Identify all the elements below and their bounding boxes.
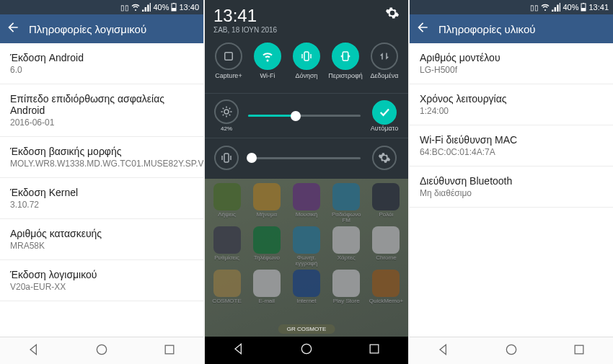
- setting-label: Διεύθυνση Bluetooth: [420, 175, 603, 187]
- home-button[interactable]: [299, 342, 314, 359]
- home-screen-backdrop: ΛήψειςΜήνυμαΜουσικήΡαδιόφωνο FMΡολόιΡυθμ…: [205, 179, 408, 337]
- settings-row[interactable]: Χρόνος λειτουργίας1:24:00: [410, 84, 613, 125]
- settings-row[interactable]: Wi-Fi διεύθυνση MAC64:BC:0C:01:4A:7A: [410, 125, 613, 167]
- recents-button[interactable]: [367, 342, 382, 359]
- back-button[interactable]: [231, 342, 246, 359]
- svg-rect-4: [165, 345, 174, 354]
- svg-rect-2: [173, 3, 175, 4]
- sound-mode-icon[interactable]: [214, 146, 239, 170]
- settings-row[interactable]: Αριθμός κατασκευήςMRA58K: [0, 219, 203, 260]
- back-button[interactable]: [436, 342, 451, 360]
- header-bar: Πληροφορίες λογισμικού: [0, 14, 203, 43]
- clock-text: 13:40: [179, 3, 199, 12]
- settings-row[interactable]: Αριθμός μοντέλουLG-H500f: [410, 43, 613, 84]
- page-title: Πληροφορίες λογισμικού: [29, 23, 146, 35]
- setting-value: LG-H500f: [420, 65, 603, 75]
- setting-value: 3.10.72: [10, 200, 193, 210]
- settings-row[interactable]: Έκδοση Kernel3.10.72: [0, 178, 203, 219]
- nav-bar: [205, 337, 408, 364]
- svg-rect-6: [304, 52, 309, 61]
- setting-label: Επίπεδο επιδιόρθωσης ασφαλείας Android: [10, 93, 193, 116]
- setting-label: Έκδοση Android: [10, 52, 193, 63]
- battery-text: 40%: [563, 3, 578, 12]
- settings-row[interactable]: Επίπεδο επιδιόρθωσης ασφαλείας Android20…: [0, 84, 203, 137]
- setting-label: Χρόνος λειτουργίας: [420, 93, 603, 105]
- setting-value: MOLY.WR8.W1338.MD.WG.TC01.MUSE82Y.SP.V12: [10, 159, 193, 169]
- home-button[interactable]: [94, 342, 109, 360]
- page-title: Πληροφορίες υλικού: [438, 23, 535, 35]
- setting-label: Αριθμός μοντέλου: [420, 52, 603, 63]
- clock-text: 13:41: [588, 3, 609, 12]
- battery-text: 40%: [153, 3, 169, 12]
- svg-rect-14: [583, 3, 584, 4]
- wifi-icon: [131, 3, 140, 12]
- status-bar: ▯▯ 40% 13:41: [410, 0, 613, 14]
- phone-quick-settings: 13:41 ΣΑΒ, 18 ΙΟΥΝ 2016 Capture+ Wi-Fi Δ…: [205, 0, 408, 364]
- header-bar: Πληροφορίες υλικού: [410, 14, 613, 43]
- setting-label: Έκδοση λογισμικού: [10, 269, 193, 280]
- brightness-track[interactable]: [248, 115, 361, 117]
- carrier-pill: GR COSMOTE: [278, 324, 335, 334]
- vibrate-icon: ▯▯: [530, 4, 539, 12]
- svg-point-8: [224, 110, 229, 114]
- vibrate-icon: ▯▯: [120, 4, 129, 12]
- svg-rect-1: [172, 8, 176, 11]
- signal-icon: [142, 3, 151, 12]
- recents-button[interactable]: [572, 342, 586, 360]
- qs-header: 13:41 ΣΑΒ, 18 ΙΟΥΝ 2016: [205, 0, 408, 37]
- settings-list[interactable]: Έκδοση Android6.0Επίπεδο επιδιόρθωσης ασ…: [0, 43, 203, 337]
- auto-brightness-toggle[interactable]: [372, 100, 397, 125]
- home-button[interactable]: [504, 342, 519, 360]
- dim-overlay: [205, 179, 408, 337]
- setting-label: Wi-Fi διεύθυνση MAC: [420, 134, 603, 146]
- setting-value: 64:BC:0C:01:4A:7A: [420, 147, 603, 157]
- toggle-data[interactable]: Δεδομένα: [367, 43, 402, 86]
- setting-value: V20a-EUR-XX: [10, 282, 193, 292]
- volume-track[interactable]: [248, 157, 361, 159]
- back-button[interactable]: [27, 342, 41, 360]
- qs-date: ΣΑΒ, 18 ΙΟΥΝ 2016: [213, 26, 400, 34]
- back-arrow-icon[interactable]: [415, 20, 430, 37]
- volume-slider[interactable]: [205, 140, 408, 179]
- gear-icon[interactable]: [385, 6, 400, 23]
- battery-icon: [171, 3, 177, 12]
- qs-toggle-row: Capture+ Wi-Fi Δόνηση Περιστροφή Δεδομέν…: [205, 37, 408, 92]
- setting-value: MRA58K: [10, 241, 193, 251]
- setting-value: 1:24:00: [420, 106, 603, 116]
- svg-point-10: [301, 344, 311, 353]
- settings-row[interactable]: Έκδοση Android6.0: [0, 43, 203, 84]
- qs-clock: 13:41: [213, 6, 400, 26]
- volume-settings-icon[interactable]: [372, 146, 397, 170]
- back-arrow-icon[interactable]: [6, 20, 20, 37]
- brightness-slider[interactable]: 42% Αυτόματο: [205, 95, 408, 136]
- svg-rect-16: [575, 345, 583, 354]
- svg-rect-9: [224, 154, 229, 162]
- status-bar: ▯▯ 40% 13:40: [0, 0, 203, 14]
- nav-bar: [410, 337, 613, 364]
- settings-row[interactable]: Έκδοση λογισμικούV20a-EUR-XX: [0, 260, 203, 301]
- wifi-icon: [541, 3, 550, 12]
- toggle-vibrate[interactable]: Δόνηση: [289, 43, 324, 86]
- toggle-wifi[interactable]: Wi-Fi: [250, 43, 285, 86]
- recents-button[interactable]: [162, 342, 177, 360]
- svg-point-15: [506, 345, 516, 354]
- svg-rect-11: [370, 345, 379, 353]
- battery-icon: [581, 3, 586, 12]
- svg-rect-7: [343, 52, 348, 61]
- brightness-value: 42%: [221, 125, 232, 132]
- setting-value: Μη διαθέσιμο: [420, 188, 603, 198]
- setting-label: Έκδοση Kernel: [10, 187, 193, 198]
- setting-value: 6.0: [10, 65, 193, 75]
- toggle-rotate[interactable]: Περιστροφή: [328, 43, 363, 86]
- toggle-capture[interactable]: Capture+: [211, 43, 246, 86]
- svg-rect-13: [581, 8, 586, 11]
- signal-icon: [552, 3, 560, 12]
- setting-label: Αριθμός κατασκευής: [10, 228, 193, 239]
- svg-rect-5: [225, 53, 233, 61]
- nav-bar: [0, 337, 203, 364]
- svg-point-3: [97, 345, 106, 354]
- settings-list[interactable]: Αριθμός μοντέλουLG-H500fΧρόνος λειτουργί…: [410, 43, 613, 337]
- settings-row[interactable]: Έκδοση βασικής μορφήςMOLY.WR8.W1338.MD.W…: [0, 137, 203, 178]
- settings-row[interactable]: Διεύθυνση BluetoothΜη διαθέσιμο: [410, 167, 613, 208]
- phone-software-info: ▯▯ 40% 13:40 Πληροφορίες λογισμικού Έκδο…: [0, 0, 203, 364]
